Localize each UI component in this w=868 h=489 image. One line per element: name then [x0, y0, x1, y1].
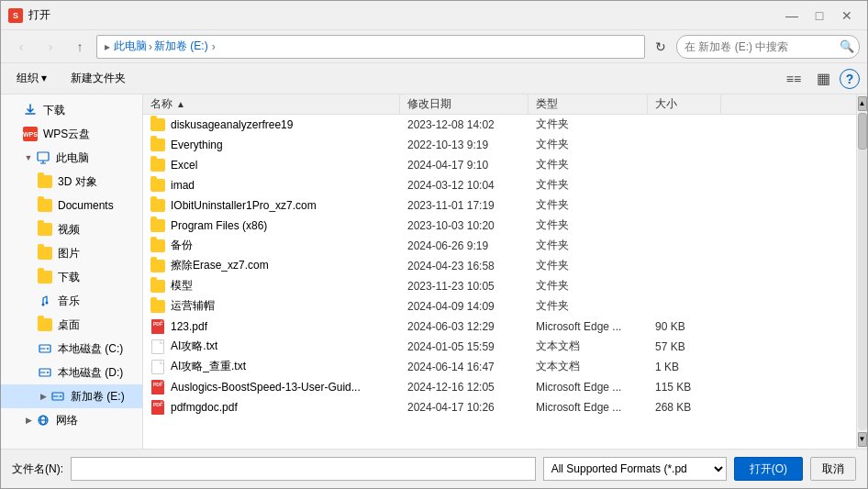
address-part-drive[interactable]: 新加卷 (E:): [154, 39, 208, 54]
dialog: S 打开 — □ ✕ ‹ › ↑ ▸ 此电脑 › 新加卷 (E:) › ↻ 🔍 …: [0, 0, 868, 489]
table-row[interactable]: AI攻略_查重.txt 2024-06-14 16:47 文本文档 1 KB: [143, 357, 856, 377]
cancel-button[interactable]: 取消: [810, 457, 856, 481]
sidebar-item-disk-c[interactable]: 本地磁盘 (C:): [1, 337, 142, 361]
refresh-button[interactable]: ↻: [649, 35, 673, 59]
sidebar-item-documents[interactable]: Documents: [1, 194, 142, 217]
scroll-up-btn[interactable]: ▲: [858, 96, 867, 111]
sidebar-item-video[interactable]: 视频: [1, 217, 142, 241]
sidebar-item-desktop[interactable]: 桌面: [1, 313, 142, 337]
address-part-thispc[interactable]: 此电脑: [114, 39, 147, 54]
dialog-title: 打开: [28, 7, 779, 23]
tree-toggle-network[interactable]: ▶: [23, 415, 34, 426]
sidebar-item-disk-d[interactable]: 本地磁盘 (D:): [1, 361, 142, 384]
scrollbar[interactable]: ▲ ▼: [856, 94, 867, 449]
table-row[interactable]: imad 2024-03-12 10:04 文件夹: [143, 175, 856, 195]
forward-button[interactable]: ›: [38, 35, 63, 59]
file-date: 2024-04-17 9:10: [407, 159, 488, 172]
file-name-cell: AI攻略.txt: [143, 337, 400, 356]
file-size-cell: [648, 155, 721, 174]
file-date: 2024-04-09 14:09: [407, 300, 495, 313]
col-header-size[interactable]: 大小: [648, 94, 721, 114]
search-icon[interactable]: 🔍: [840, 39, 854, 53]
sidebar-item-network[interactable]: ▶ 网络: [1, 408, 142, 432]
sidebar-item-disk-e[interactable]: ▶ 新加卷 (E:): [1, 384, 142, 408]
folder-icon: [150, 300, 165, 313]
filetype-select[interactable]: All Supported Formats (*.pd: [543, 457, 727, 481]
view-grid-button[interactable]: ▦: [810, 67, 836, 91]
file-name-cell: imad: [143, 175, 400, 194]
computer-icon: [36, 150, 50, 165]
organize-button[interactable]: 组织 ▾: [8, 67, 55, 91]
sidebar-item-music[interactable]: 音乐: [1, 289, 142, 313]
table-row[interactable]: 擦除Erase_xz7.com 2024-04-23 16:58 文件夹: [143, 256, 856, 276]
filename-input[interactable]: [71, 457, 536, 481]
file-name: Excel: [171, 159, 197, 172]
table-row[interactable]: Everything 2022-10-13 9:19 文件夹: [143, 135, 856, 155]
sidebar-item-download2[interactable]: 下载: [1, 265, 142, 289]
folder-icon: [150, 159, 165, 172]
col-header-name[interactable]: 名称 ▲: [143, 94, 400, 114]
file-icon: [150, 259, 165, 273]
col-header-date[interactable]: 修改日期: [400, 94, 529, 114]
table-row[interactable]: 模型 2023-11-23 10:05 文件夹: [143, 276, 856, 296]
table-row[interactable]: 运营辅帽 2024-04-09 14:09 文件夹: [143, 296, 856, 317]
svg-point-1: [42, 304, 45, 306]
svg-point-8: [60, 395, 61, 397]
table-row[interactable]: PDF 123.pdf 2024-06-03 12:29 Microsoft E…: [143, 317, 856, 337]
file-size-cell: [648, 236, 721, 255]
scroll-down-btn[interactable]: ▼: [858, 432, 867, 447]
open-button[interactable]: 打开(O): [734, 457, 803, 481]
file-name: Everything: [171, 139, 223, 151]
file-icon: [150, 117, 165, 132]
sidebar-item-this-pc[interactable]: ▼ 此电脑: [1, 146, 142, 170]
close-button[interactable]: ✕: [834, 6, 860, 26]
file-icon: [150, 178, 165, 193]
file-date: 2023-12-08 14:02: [407, 118, 495, 131]
help-button[interactable]: ?: [840, 69, 860, 89]
sidebar-item-3d[interactable]: 3D 对象: [1, 170, 142, 194]
table-row[interactable]: PDF Auslogics-BoostSpeed-13-User-Guid...…: [143, 377, 856, 397]
file-name-cell: diskusageanalyzerfree19: [143, 115, 400, 134]
view-list-button[interactable]: ≡≡: [781, 67, 807, 91]
toolbar: 组织 ▾ 新建文件夹 ≡≡ ▦ ?: [1, 63, 867, 94]
file-date-cell: 2024-04-17 10:26: [400, 397, 529, 417]
txt-icon: [151, 360, 164, 374]
pdf-icon: PDF: [151, 400, 164, 415]
tree-toggle-e[interactable]: ▶: [38, 391, 49, 402]
file-name-cell: PDF pdfmgdoc.pdf: [143, 397, 400, 417]
sidebar-item-label: 本地磁盘 (D:): [58, 365, 123, 381]
sidebar-item-pictures[interactable]: 图片: [1, 241, 142, 265]
table-row[interactable]: Excel 2024-04-17 9:10 文件夹: [143, 155, 856, 175]
maximize-button[interactable]: □: [807, 6, 832, 26]
file-type: 文件夹: [536, 278, 569, 294]
search-input[interactable]: [676, 35, 860, 59]
sidebar-item-label: 下载: [58, 270, 80, 285]
table-row[interactable]: AI攻略.txt 2024-01-05 15:59 文本文档 57 KB: [143, 337, 856, 357]
file-icon: [150, 198, 165, 213]
back-button[interactable]: ‹: [8, 35, 34, 59]
table-row[interactable]: diskusageanalyzerfree19 2023-12-08 14:02…: [143, 115, 856, 135]
folder-icon: [150, 280, 165, 293]
file-date: 2024-03-12 10:04: [407, 179, 495, 192]
address-bar[interactable]: ▸ 此电脑 › 新加卷 (E:) ›: [96, 35, 645, 59]
bottom-bar: 文件名(N): All Supported Formats (*.pd 打开(O…: [1, 449, 867, 488]
file-type-cell: 文件夹: [529, 175, 648, 194]
sidebar-item-download[interactable]: 下载: [1, 98, 142, 122]
title-bar: S 打开 — □ ✕: [1, 1, 867, 30]
scroll-thumb[interactable]: [858, 113, 867, 150]
new-folder-button[interactable]: 新建文件夹: [62, 67, 134, 91]
col-header-type[interactable]: 类型: [529, 94, 648, 114]
minimize-button[interactable]: —: [779, 6, 805, 26]
table-row[interactable]: IObitUninstaller1Pro_xz7.com 2023-11-01 …: [143, 195, 856, 216]
tree-toggle-thispc[interactable]: ▼: [23, 152, 34, 163]
table-row[interactable]: PDF pdfmgdoc.pdf 2024-04-17 10:26 Micros…: [143, 397, 856, 417]
sidebar-item-wps-cloud[interactable]: WPS WPS云盘: [1, 122, 142, 146]
sidebar-item-label: WPS云盘: [43, 127, 90, 142]
file-name-cell: Excel: [143, 155, 400, 174]
table-row[interactable]: Program Files (x86) 2023-10-03 10:20 文件夹: [143, 216, 856, 236]
folder-icon: [150, 139, 165, 151]
file-date: 2024-06-14 16:47: [407, 361, 495, 373]
table-row[interactable]: 备份 2024-06-26 9:19 文件夹: [143, 236, 856, 256]
file-size-cell: [648, 296, 721, 316]
up-button[interactable]: ↑: [67, 35, 93, 59]
